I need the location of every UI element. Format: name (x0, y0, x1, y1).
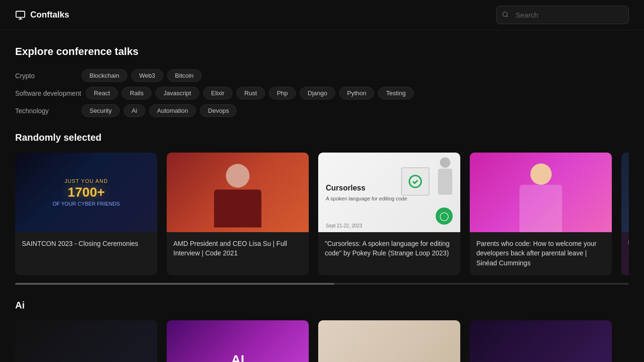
thumb-ai-4 (470, 320, 612, 362)
card-title-parents: Parents who code: How to welcome your de… (476, 239, 605, 268)
category-software: Software development (15, 90, 81, 97)
search-input[interactable] (496, 6, 629, 24)
category-crypto: Crypto (15, 72, 77, 80)
explore-title: Explore conference talks (15, 45, 629, 58)
cursorless-title: Cursorless (326, 183, 407, 192)
talk-card-ai-4[interactable] (470, 320, 612, 362)
saintcon-line1: JUST YOU AND (53, 178, 120, 184)
header: Conftalks (0, 0, 644, 30)
talk-card-cursorless[interactable]: Cursorless A spoken language for editing… (318, 153, 460, 275)
svg-rect-0 (16, 11, 25, 17)
tag-react[interactable]: React (86, 87, 118, 100)
software-pills: React Rails Javascript Elixir Rust Php D… (86, 87, 413, 100)
ai-section-title: Ai (15, 300, 629, 311)
thumb-partial (621, 153, 629, 232)
crypto-pills: Blockchain Web3 Bitcoin (81, 69, 202, 82)
tag-row-crypto: Crypto Blockchain Web3 Bitcoin (15, 69, 629, 82)
ai-section: Ai AI (15, 300, 629, 362)
tag-javascript[interactable]: Javascript (155, 87, 199, 100)
monitor-icon (15, 10, 26, 20)
card-info-cursorless: "Cursorless: A spoken language for editi… (318, 232, 460, 266)
main-content: Explore conference talks Crypto Blockcha… (0, 30, 644, 362)
technology-pills: Security Ai Automation Devops (81, 104, 237, 117)
tag-row-technology: Technology Security Ai Automation Devops (15, 104, 629, 117)
svg-line-4 (507, 16, 508, 17)
tag-ai[interactable]: Ai (124, 104, 145, 117)
thumb-ai-3 (318, 320, 460, 362)
card-info-parents: Parents who code: How to welcome your de… (470, 232, 612, 275)
talk-card-parents[interactable]: Parents who code: How to welcome your de… (470, 153, 612, 275)
cursorless-date: Sept 21-22, 2023 (326, 223, 362, 228)
tag-row-software: Software development React Rails Javascr… (15, 87, 629, 100)
card-title-cursorless: "Cursorless: A spoken language for editi… (325, 239, 454, 258)
tag-elixir[interactable]: Elixir (203, 87, 233, 100)
tag-bitcoin[interactable]: Bitcoin (167, 69, 202, 82)
search-icon (502, 11, 509, 19)
logo-text: Conftalks (30, 10, 69, 20)
tag-blockchain[interactable]: Blockchain (81, 69, 127, 82)
category-technology: Technology (15, 107, 77, 115)
tag-rust[interactable]: Rust (236, 87, 265, 100)
tag-automation[interactable]: Automation (149, 104, 197, 117)
talk-card-saintcon[interactable]: JUST YOU AND 1700+ OF YOUR CYBER FRIENDS… (15, 153, 157, 275)
randomly-selected-title: Randomly selected (15, 132, 629, 143)
cursorless-sub: A spoken language for editing code (326, 196, 407, 201)
cursorless-logo: ◯ (436, 208, 453, 225)
talk-card-ai-2[interactable]: AI (167, 320, 309, 362)
logo-area: Conftalks (15, 10, 69, 20)
card-title-amd: AMD President and CEO Lisa Su | Full Int… (173, 239, 302, 258)
talk-card-ai-1[interactable] (15, 320, 157, 362)
thumb-amd (167, 153, 309, 232)
card-title-partial: Be Inclu... (628, 239, 629, 246)
tag-django[interactable]: Django (300, 87, 335, 100)
svg-point-5 (410, 176, 421, 188)
explore-section: Explore conference talks Crypto Blockcha… (15, 45, 629, 117)
ai-cards[interactable]: AI (15, 320, 629, 362)
card-title-saintcon: SAINTCON 2023 - Closing Ceremonies (22, 239, 151, 248)
randomly-selected-cards[interactable]: JUST YOU AND 1700+ OF YOUR CYBER FRIENDS… (15, 153, 629, 281)
scroll-indicator-bar (15, 283, 334, 285)
talk-card-partial[interactable]: Be Inclu... (621, 153, 629, 275)
saintcon-line2: 1700+ (53, 186, 120, 199)
thumb-cursorless: Cursorless A spoken language for editing… (318, 153, 460, 232)
card-info-saintcon: SAINTCON 2023 - Closing Ceremonies (15, 232, 157, 256)
tag-devops[interactable]: Devops (200, 104, 237, 117)
thumb-ai-1 (15, 320, 157, 362)
card-info-amd: AMD President and CEO Lisa Su | Full Int… (167, 232, 309, 266)
svg-point-3 (503, 12, 507, 16)
talk-card-amd[interactable]: AMD President and CEO Lisa Su | Full Int… (167, 153, 309, 275)
thumb-saintcon: JUST YOU AND 1700+ OF YOUR CYBER FRIENDS (15, 153, 157, 232)
tag-python[interactable]: Python (339, 87, 374, 100)
tag-rails[interactable]: Rails (122, 87, 152, 100)
saintcon-line3: OF YOUR CYBER FRIENDS (53, 201, 120, 207)
scroll-indicator (15, 283, 629, 285)
search-container (496, 6, 629, 24)
tag-web3[interactable]: Web3 (131, 69, 163, 82)
tag-php[interactable]: Php (269, 87, 296, 100)
thumb-parents (470, 153, 612, 232)
tag-security[interactable]: Security (81, 104, 120, 117)
thumb-ai-2: AI (167, 320, 309, 362)
tag-testing[interactable]: Testing (378, 87, 413, 100)
randomly-selected-section: Randomly selected JUST YOU AND 1700+ OF … (15, 132, 629, 285)
talk-card-ai-3[interactable] (318, 320, 460, 362)
